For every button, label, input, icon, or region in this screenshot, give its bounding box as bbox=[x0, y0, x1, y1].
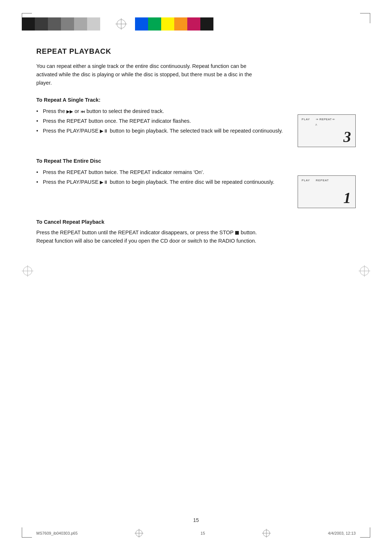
swatch-dark-gray bbox=[35, 17, 48, 31]
lcd-display-2: PLAY REPEAT 1 bbox=[298, 175, 356, 208]
swatch-gray bbox=[61, 17, 74, 31]
swatch-blue bbox=[135, 17, 148, 31]
swatch-green bbox=[148, 17, 161, 31]
page-title: REPEAT PLAYBACK bbox=[36, 47, 356, 56]
footer-crosshair-2 bbox=[262, 529, 271, 538]
corner-mark-br bbox=[360, 527, 370, 538]
intro-paragraph: You can repeat either a single track or … bbox=[36, 62, 261, 88]
lcd-repeat-label-arrows: ⇒ REPEAT ⇐ bbox=[316, 118, 335, 121]
swatch-yellow bbox=[161, 17, 174, 31]
stop-icon bbox=[235, 231, 239, 235]
lcd-arrows-sub: /\ bbox=[302, 123, 317, 126]
single-track-section: To Repeat A Single Track: Press the ▶▶ o… bbox=[36, 97, 356, 147]
single-track-text: Press the ▶▶ or ⏮ button to select the d… bbox=[36, 107, 287, 137]
bullet-item: Press the ▶▶ or ⏮ button to select the d… bbox=[36, 107, 287, 116]
right-crosshair bbox=[359, 265, 370, 278]
lcd-play-label: PLAY bbox=[302, 118, 310, 121]
lcd-number-1: 3 bbox=[343, 129, 351, 145]
swatch-pink bbox=[187, 17, 200, 31]
bullet-item: Press the REPEAT button once. The REPEAT… bbox=[36, 117, 287, 125]
lcd-labels-2: PLAY REPEAT bbox=[302, 179, 329, 182]
swatch-light-gray bbox=[74, 17, 87, 31]
single-track-block: Press the ▶▶ or ⏮ button to select the d… bbox=[36, 107, 356, 147]
entire-disc-block: Press the REPEAT button twice. The REPEA… bbox=[36, 168, 356, 208]
cancel-heading: To Cancel Repeat Playback bbox=[36, 219, 356, 225]
center-crosshair bbox=[115, 17, 128, 31]
entire-disc-bullets: Press the REPEAT button twice. The REPEA… bbox=[36, 168, 287, 186]
grayscale-swatches bbox=[22, 17, 100, 31]
top-registration-bar bbox=[22, 17, 370, 31]
swatch-black bbox=[22, 17, 35, 31]
footer: MS7609_ib040303.p65 15 4/4/2003, 12:13 bbox=[36, 529, 356, 538]
left-crosshair bbox=[22, 265, 33, 278]
color-swatches bbox=[135, 17, 213, 31]
swatch-mid-gray bbox=[48, 17, 61, 31]
entire-disc-text: Press the REPEAT button twice. The REPEA… bbox=[36, 168, 287, 188]
lcd-play-label-2: PLAY bbox=[302, 179, 310, 182]
main-content: REPEAT PLAYBACK You can repeat either a … bbox=[36, 47, 356, 508]
lcd-number-2: 1 bbox=[343, 190, 351, 206]
cancel-text: Press the REPEAT button until the REPEAT… bbox=[36, 228, 269, 245]
footer-center: 15 bbox=[201, 531, 205, 535]
lcd-display-1: PLAY ⇒ REPEAT ⇐ /\ 3 bbox=[298, 114, 356, 147]
footer-filename: MS7609_ib040303.p65 bbox=[36, 531, 78, 535]
footer-date: 4/4/2003, 12:13 bbox=[328, 531, 356, 535]
bullet-item: Press the REPEAT button twice. The REPEA… bbox=[36, 168, 287, 177]
entire-disc-heading: To Repeat The Entire Disc bbox=[36, 158, 356, 164]
swatch-black2 bbox=[200, 17, 213, 31]
single-track-bullets: Press the ▶▶ or ⏮ button to select the d… bbox=[36, 107, 287, 135]
lcd-labels-1: PLAY ⇒ REPEAT ⇐ bbox=[302, 118, 335, 121]
entire-disc-section: To Repeat The Entire Disc Press the REPE… bbox=[36, 158, 356, 208]
cancel-section: To Cancel Repeat Playback Press the REPE… bbox=[36, 219, 356, 245]
page-number: 15 bbox=[193, 517, 199, 523]
bullet-item: Press the PLAY/PAUSE ▶⏸ button to begin … bbox=[36, 127, 287, 135]
lcd-repeat-label-2: REPEAT bbox=[316, 179, 329, 182]
corner-mark-bl bbox=[22, 527, 32, 538]
footer-crosshair bbox=[135, 529, 143, 538]
single-track-heading: To Repeat A Single Track: bbox=[36, 97, 356, 103]
bullet-item: Press the PLAY/PAUSE ▶⏸ button to begin … bbox=[36, 178, 287, 186]
swatch-lighter-gray bbox=[87, 17, 100, 31]
swatch-magenta bbox=[174, 17, 187, 31]
